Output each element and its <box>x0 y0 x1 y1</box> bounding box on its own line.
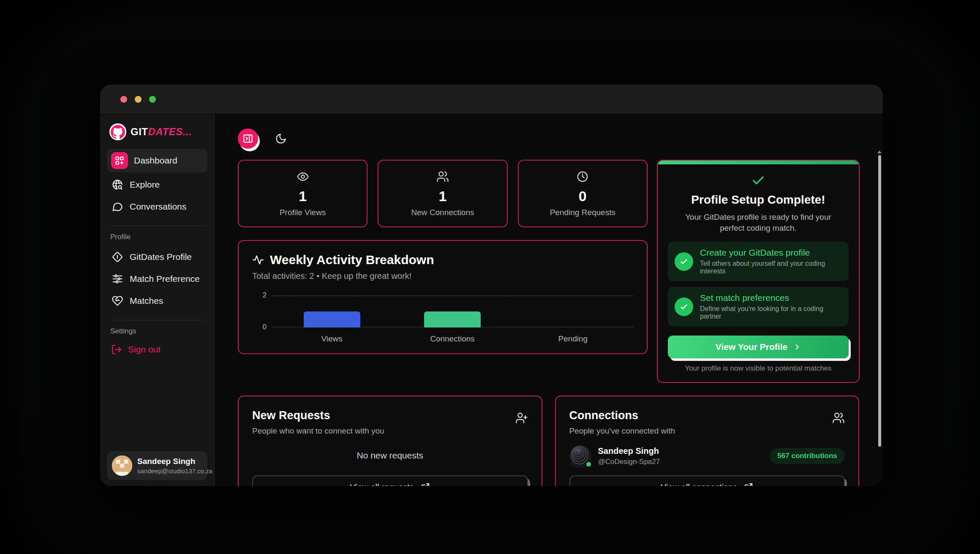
sidebar-item-label: Explore <box>130 180 160 190</box>
green-progress-strip <box>658 161 859 164</box>
connection-list-item[interactable]: Sandeep Singh @CoDesign-Spa27 567 contri… <box>569 445 845 467</box>
user-email: sandeep@studio137.co.za <box>137 467 212 475</box>
profile-setup-card: Profile Setup Complete! Your GitDates pr… <box>657 160 860 383</box>
weekly-activity-chart: 2 0 <box>252 295 633 344</box>
view-all-connections-button[interactable]: View all connections <box>569 475 845 486</box>
desktop-background: GITDATES... Dashboard Explore <box>0 0 980 554</box>
chevron-right-icon <box>793 343 801 351</box>
weekly-activity-subtitle: Total activities: 2 • Keep up the great … <box>252 271 633 281</box>
main-topbar <box>238 128 859 149</box>
divider <box>109 320 205 320</box>
app-window: GITDATES... Dashboard Explore <box>100 85 883 486</box>
heart-handshake-icon <box>111 295 124 307</box>
check-icon <box>751 173 765 189</box>
check-circle-icon <box>675 252 693 271</box>
sidebar-item-dashboard[interactable]: Dashboard <box>107 149 207 172</box>
x-axis-label: Pending <box>513 334 633 344</box>
app-logo: GITDATES... <box>107 122 207 149</box>
contributions-badge: 567 contributions <box>770 448 845 464</box>
stat-label: New Connections <box>411 208 474 217</box>
x-axis-label: Views <box>272 334 392 344</box>
sidebar-user-card[interactable]: Sandeep Singh sandeep@studio137.co.za <box>107 451 207 480</box>
message-bubble-icon <box>111 200 124 213</box>
setup-item-desc: Tell others about yourself and your codi… <box>700 260 842 275</box>
stat-label: Profile Views <box>280 208 326 217</box>
setup-item-create-profile: Create your GitDates profile Tell others… <box>668 242 849 281</box>
connection-avatar <box>569 445 591 467</box>
stat-card-new-connections: 1 New Connections <box>378 160 507 227</box>
section-label-profile: Profile <box>107 233 207 247</box>
users-icon <box>436 170 449 185</box>
clock-icon <box>576 170 589 185</box>
maximize-window-button[interactable] <box>149 96 156 103</box>
setup-item-match-preferences: Set match preferences Define what you're… <box>668 287 849 326</box>
bar-connections <box>424 311 481 327</box>
external-link-icon <box>421 483 430 486</box>
sidebar-item-conversations[interactable]: Conversations <box>107 197 207 216</box>
sidebar-item-match-preference[interactable]: Match Preference <box>107 269 207 289</box>
x-axis-labels: Views Connections Pending <box>272 334 633 344</box>
panel-right-open-icon <box>242 133 253 144</box>
external-link-icon <box>744 483 753 486</box>
sidebar-item-label: Dashboard <box>134 156 177 166</box>
sidebar-item-explore[interactable]: Explore <box>107 175 207 194</box>
sidebar-toggle-button[interactable] <box>238 128 258 149</box>
theme-toggle-button[interactable] <box>275 133 287 145</box>
sign-out-label: Sign out <box>128 344 161 355</box>
stat-value: 0 <box>579 188 587 205</box>
weekly-activity-title: Weekly Activity Breakdown <box>270 253 434 267</box>
log-out-icon <box>111 344 122 355</box>
vertical-scrollbar[interactable] <box>877 150 882 482</box>
window-titlebar <box>100 85 883 114</box>
activity-pulse-icon <box>252 254 264 266</box>
minimize-window-button[interactable] <box>135 96 142 103</box>
new-requests-card: New Requests People who want to connect … <box>238 396 542 486</box>
no-requests-message: No new requests <box>252 436 528 475</box>
sidebar: GITDATES... Dashboard Explore <box>100 114 215 486</box>
scrollbar-thumb[interactable] <box>878 155 881 447</box>
view-all-requests-button[interactable]: View all requests <box>252 475 528 486</box>
online-status-dot <box>585 461 592 467</box>
new-requests-title: New Requests <box>252 409 384 422</box>
y-axis-tick: 2 <box>256 291 267 300</box>
sliders-icon <box>111 273 124 285</box>
connection-handle: @CoDesign-Spa27 <box>598 458 660 466</box>
divider <box>109 226 205 226</box>
stat-value: 1 <box>299 188 307 205</box>
setup-item-desc: Define what you're looking for in a codi… <box>700 305 842 320</box>
profile-setup-subtitle: Your GitDates profile is ready to find y… <box>674 212 843 233</box>
close-window-button[interactable] <box>120 96 127 103</box>
github-octocat-icon <box>109 123 126 140</box>
connections-card: Connections People you've connected with <box>555 396 860 486</box>
explore-globe-search-icon <box>111 178 124 191</box>
check-circle-icon <box>675 297 693 316</box>
sidebar-item-label: Match Preference <box>130 274 200 284</box>
stat-value: 1 <box>439 188 447 205</box>
moon-icon <box>275 133 287 145</box>
sidebar-item-gitdates-profile[interactable]: GitDates Profile <box>107 247 207 267</box>
sign-out-button[interactable]: Sign out <box>107 341 207 358</box>
eye-icon <box>297 170 309 185</box>
sidebar-item-label: Conversations <box>130 202 186 212</box>
setup-item-title: Create your GitDates profile <box>700 248 842 258</box>
profile-setup-footer: Your profile is now visible to potential… <box>685 364 831 373</box>
app-title: GITDATES... <box>131 126 192 138</box>
y-axis-tick: 0 <box>256 323 267 331</box>
section-label-settings: Settings <box>107 327 207 341</box>
sidebar-item-label: GitDates Profile <box>130 252 192 262</box>
users-icon <box>832 412 845 426</box>
connection-name: Sandeep Singh <box>598 446 660 456</box>
x-axis-label: Connections <box>392 334 512 344</box>
user-avatar <box>112 456 132 476</box>
profile-setup-title: Profile Setup Complete! <box>691 193 825 207</box>
main-content: 1 Profile Views 1 New Connections <box>215 114 883 486</box>
dashboard-grid-icon <box>111 152 128 169</box>
stat-card-pending-requests: 0 Pending Requests <box>518 160 648 227</box>
git-diamond-icon <box>111 251 124 263</box>
view-your-profile-button[interactable]: View Your Profile <box>668 336 849 358</box>
scroll-up-arrow[interactable] <box>877 150 882 153</box>
sidebar-item-matches[interactable]: Matches <box>107 291 207 311</box>
connections-title: Connections <box>569 409 675 422</box>
stats-row: 1 Profile Views 1 New Connections <box>238 160 648 227</box>
connections-subtitle: People you've connected with <box>569 426 675 436</box>
